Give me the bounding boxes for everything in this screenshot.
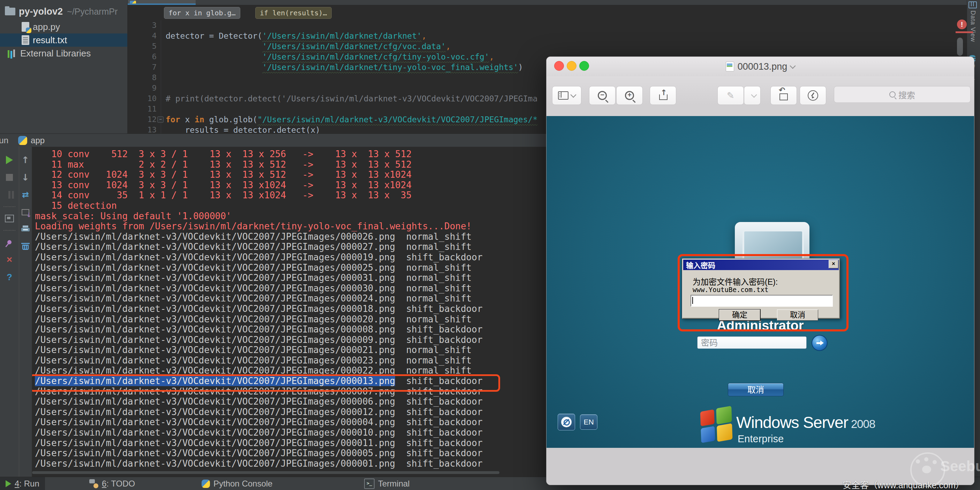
annotate-icon: [808, 90, 818, 101]
console-stderr-line: 15 detection: [35, 201, 483, 211]
console-stdout-line: /Users/iswin/ml/darknet-v3/VOCdevkit/VOC…: [35, 283, 483, 294]
markup-pen-button[interactable]: ✎: [718, 86, 744, 105]
preview-window: 000013.png − + ✎: [546, 57, 974, 485]
project-root-row[interactable]: py-yolov2 ~/PycharmPr: [0, 5, 132, 18]
window-titlebar[interactable]: 000013.png: [547, 57, 974, 76]
close-button[interactable]: ×: [0, 251, 19, 268]
print-button[interactable]: [19, 221, 32, 238]
search-input[interactable]: 搜索: [834, 86, 970, 103]
share-icon: [659, 91, 667, 100]
editor-scrollbar[interactable]: [957, 38, 963, 56]
fold-chip-for-loop[interactable]: for x in glob.g…: [164, 7, 240, 19]
console-stderr-line: 12 conv 1024 3 x 3 / 1 13 x 13 x 512 -> …: [35, 170, 483, 180]
console-stdout-line: /Users/iswin/ml/darknet-v3/VOCdevkit/VOC…: [35, 335, 483, 346]
chevron-down-icon[interactable]: [790, 63, 796, 69]
pause-button[interactable]: [0, 186, 19, 203]
console-stdout-line: /Users/iswin/ml/darknet-v3/VOCdevkit/VOC…: [35, 232, 483, 242]
zoom-in-icon: +: [625, 91, 634, 100]
error-stripe-mark: [956, 32, 973, 33]
console-stdout-line: /Users/iswin/ml/darknet-v3/VOCdevkit/VOC…: [35, 293, 483, 304]
scroll-to-end-button[interactable]: [19, 203, 32, 221]
rotate-button[interactable]: [770, 86, 797, 105]
python-icon: [18, 136, 27, 145]
tree-item-external-libraries[interactable]: External Libraries: [0, 47, 135, 60]
python-icon: [202, 479, 210, 488]
window-title: 000013.png: [547, 57, 974, 76]
restore-layout-button[interactable]: [0, 210, 19, 227]
file-name: result.txt: [33, 35, 67, 46]
tree-item-app-py[interactable]: app.py: [0, 20, 149, 33]
console-stdout-line: /Users/iswin/ml/darknet-v3/VOCdevkit/VOC…: [35, 458, 483, 469]
console-stdout-line: /Users/iswin/ml/darknet-v3/VOCdevkit/VOC…: [35, 345, 483, 355]
console-stdout-line: /Users/iswin/ml/darknet-v3/VOCdevkit/VOC…: [35, 314, 483, 325]
console-stderr-line: 13 conv 1024 3 x 3 / 1 13 x 13 x1024 -> …: [35, 180, 483, 190]
stop-button[interactable]: [0, 169, 19, 186]
console-stdout-line: /Users/iswin/ml/darknet-v3/VOCdevkit/VOC…: [35, 273, 483, 283]
python-file-icon: [22, 22, 29, 32]
console-stdout-line: /Users/iswin/ml/darknet-v3/VOCdevkit/VOC…: [35, 438, 483, 449]
windows-flag-icon: [700, 406, 733, 443]
pen-icon: ✎: [727, 91, 735, 100]
down-stacktrace-button[interactable]: ↓: [19, 169, 32, 186]
tool-window-button-todo[interactable]: 6: TODO: [84, 477, 140, 490]
terminal-icon: >_: [364, 479, 375, 489]
zoom-out-button[interactable]: −: [589, 86, 616, 105]
tool-window-button-terminal[interactable]: >_ Terminal: [358, 477, 415, 490]
soft-wrap-button[interactable]: ⇄: [19, 186, 32, 203]
language-button: EN: [580, 414, 597, 430]
logo-edition: Enterprise: [738, 433, 784, 445]
logon-cancel-button: 取消: [728, 383, 784, 396]
red-annotation-ring: [678, 254, 848, 331]
code-line[interactable]: 3: [127, 20, 980, 31]
tool-tab-data-view[interactable]: Data View: [969, 2, 977, 42]
tool-tab-label: Data View: [969, 11, 977, 42]
console-stdout-line: /Users/iswin/ml/darknet-v3/VOCdevkit/VOC…: [35, 428, 483, 438]
search-icon: [889, 91, 896, 98]
annotate-button[interactable]: [800, 86, 826, 105]
console-stdout-line: /Users/iswin/ml/darknet-v3/VOCdevkit/VOC…: [35, 304, 483, 314]
run-icon: [6, 480, 11, 487]
console-stdout-line: /Users/iswin/ml/darknet-v3/VOCdevkit/VOC…: [35, 407, 483, 417]
preview-content-margin: [547, 105, 974, 116]
tree-item-result-txt[interactable]: result.txt: [0, 33, 149, 47]
preview-content-margin: [547, 448, 974, 485]
rerun-button[interactable]: [0, 151, 19, 169]
zoom-in-button[interactable]: +: [616, 86, 643, 105]
todo-icon: [89, 479, 99, 488]
run-tab-app[interactable]: app: [31, 136, 45, 145]
code-line[interactable]: 4detector = Detector('/Users/iswin/ml/da…: [127, 31, 980, 41]
project-tree-panel: py-yolov2 ~/PycharmPr app.py result.txt …: [0, 0, 128, 133]
console-horizontal-scrollbar[interactable]: [32, 471, 500, 474]
help-button[interactable]: ?: [0, 268, 19, 286]
logon-go-button: [811, 335, 827, 351]
sidebar-view-button[interactable]: [552, 86, 581, 105]
code-line[interactable]: 5 '/Users/iswin/ml/darknet/cfg/voc.data'…: [127, 41, 980, 52]
tool-window-button-python-console[interactable]: Python Console: [196, 477, 278, 490]
markup-dropdown-button[interactable]: [744, 86, 760, 105]
tool-window-button-run[interactable]: 4: Run: [0, 477, 45, 490]
console-stdout-line: /Users/iswin/ml/darknet-v3/VOCdevkit/VOC…: [35, 417, 483, 428]
external-libraries-icon: [8, 49, 17, 58]
fold-chip-if[interactable]: if len(results)…: [255, 7, 332, 19]
rotate-icon: [780, 94, 788, 100]
console-stdout-line: /Users/iswin/ml/darknet-v3/VOCdevkit/VOC…: [35, 252, 483, 263]
console-toolbar: ↑ ↓ ⇄: [19, 146, 32, 477]
console-stderr-line: Loading weights from /Users/iswin/ml/dar…: [35, 221, 483, 232]
console-stdout-line: /Users/iswin/ml/darknet-v3/VOCdevkit/VOC…: [35, 263, 483, 273]
console-stdout-line: /Users/iswin/ml/darknet-v3/VOCdevkit/VOC…: [35, 396, 483, 407]
window-title-text: 000013.png: [738, 61, 788, 72]
file-name: app.py: [33, 22, 60, 32]
up-stacktrace-button[interactable]: ↑: [19, 151, 32, 169]
fold-handle-icon[interactable]: −: [157, 116, 164, 123]
error-badge-icon[interactable]: !: [957, 19, 967, 29]
console-stderr-line: 10 conv 512 3 x 3 / 1 13 x 13 x 256 -> 1…: [35, 149, 483, 160]
pin-tab-button[interactable]: [0, 233, 19, 251]
editor-tab-strip: [127, 0, 980, 5]
console-stdout-line: /Users/iswin/ml/darknet-v3/VOCdevkit/VOC…: [35, 355, 483, 366]
table-icon: [969, 2, 977, 8]
logon-password-field: 密码: [697, 336, 807, 349]
clear-console-button[interactable]: [19, 238, 32, 256]
share-button[interactable]: [650, 86, 676, 105]
preview-toolbar: − + ✎ 搜索: [547, 76, 974, 105]
logon-password-row: 密码: [697, 336, 837, 350]
